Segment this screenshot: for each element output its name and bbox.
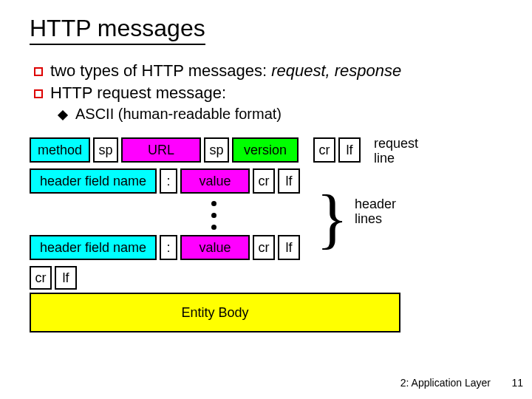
box-colon: : — [160, 235, 177, 260]
box-value: value — [180, 235, 250, 260]
page-number: 11 — [511, 377, 523, 389]
box-colon: : — [160, 168, 177, 194]
http-format-diagram: method sp URL sp version cr lf header fi… — [30, 137, 502, 344]
ellipsis-dot — [211, 213, 216, 218]
box-header-name: header field name — [30, 235, 157, 260]
box-value: value — [180, 168, 250, 194]
bullet-marker — [34, 67, 43, 76]
bullet-item: two types of HTTP messages: request, res… — [34, 61, 502, 81]
label-header-lines: header — [355, 197, 396, 212]
box-method: method — [30, 137, 90, 163]
box-lf: lf — [278, 235, 300, 260]
bullet-text: two types of HTTP messages: request, res… — [50, 61, 401, 81]
bullet-item: HTTP request message: — [34, 83, 502, 103]
sub-bullet-item: ASCII (human-readable format) — [59, 106, 502, 123]
footer-text: 2: Application Layer — [400, 377, 491, 389]
sub-bullet-text: ASCII (human-readable format) — [75, 106, 282, 123]
box-lf: lf — [338, 137, 361, 163]
bullet-list: two types of HTTP messages: request, res… — [34, 61, 502, 123]
brace-icon: } — [316, 195, 348, 242]
label-request-line: line — [374, 151, 395, 166]
box-sp: sp — [204, 137, 229, 163]
box-cr: cr — [30, 266, 52, 290]
ellipsis-dot — [211, 201, 216, 206]
box-lf: lf — [278, 168, 300, 194]
box-sp: sp — [93, 137, 118, 163]
bullet-marker — [34, 89, 43, 98]
label-request-line: request — [374, 136, 418, 151]
box-url: URL — [121, 137, 201, 163]
box-lf: lf — [55, 266, 77, 290]
page-title: HTTP messages — [30, 15, 205, 45]
box-cr: cr — [313, 137, 335, 163]
box-cr: cr — [253, 168, 275, 194]
box-version: version — [232, 137, 299, 163]
label-header-lines: lines — [355, 211, 382, 227]
bullet-text: HTTP request message: — [50, 83, 226, 103]
text-em: request, response — [271, 61, 401, 80]
ellipsis-dot — [211, 225, 216, 230]
sub-bullet-marker — [58, 110, 68, 120]
text: two types of HTTP messages: — [50, 61, 271, 80]
box-header-name: header field name — [30, 168, 157, 194]
box-entity-body: Entity Body — [30, 293, 400, 332]
box-cr: cr — [253, 235, 275, 260]
